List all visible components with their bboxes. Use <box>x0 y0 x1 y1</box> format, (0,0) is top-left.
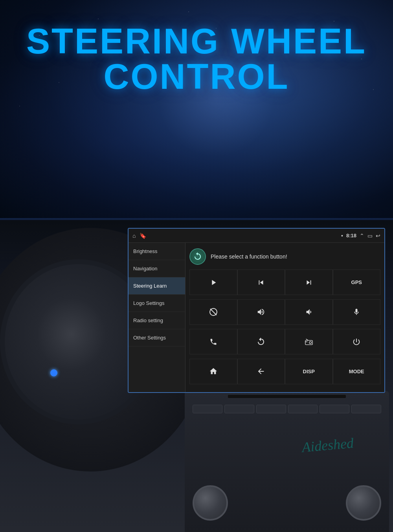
head-unit-screen: ⌂ 🔖 • 8:18 ⌃ ▭ ↩ Brightness Navigation S… <box>128 228 385 393</box>
console-button-row-1 <box>193 405 381 413</box>
refresh-icon[interactable] <box>189 248 206 265</box>
menu-item-other-settings[interactable]: Other Settings <box>129 329 185 347</box>
main-content: Brightness Navigation Steering Learn Log… <box>129 243 384 392</box>
console-btn[interactable] <box>224 405 254 413</box>
next-button[interactable] <box>285 270 333 295</box>
phone-button[interactable] <box>189 329 237 354</box>
console-btn[interactable] <box>320 405 349 413</box>
left-menu: Brightness Navigation Steering Learn Log… <box>129 243 185 392</box>
back-icon[interactable]: ↩ <box>376 233 380 239</box>
bookmark-icon[interactable]: 🔖 <box>140 233 146 239</box>
radio-button[interactable] <box>285 329 333 354</box>
status-bar: ⌂ 🔖 • 8:18 ⌃ ▭ ↩ <box>129 229 384 243</box>
menu-item-navigation[interactable]: Navigation <box>129 260 185 277</box>
volume-down-button[interactable] <box>285 299 333 325</box>
console-btn[interactable] <box>351 405 381 413</box>
signal-dot-icon: • <box>341 233 343 239</box>
return-button[interactable] <box>237 359 285 384</box>
instruction-row: Please select a function button! <box>189 247 380 266</box>
mode-button[interactable]: MODE <box>333 359 381 384</box>
right-knob[interactable] <box>346 485 381 521</box>
clock: 8:18 <box>346 233 356 238</box>
console-btn[interactable] <box>256 405 286 413</box>
mic-button[interactable] <box>333 299 381 325</box>
menu-item-brightness[interactable]: Brightness <box>129 243 185 260</box>
svg-line-1 <box>210 309 217 315</box>
window-icon[interactable]: ▭ <box>367 233 373 239</box>
right-panel: Please select a function button! GPS <box>185 243 384 392</box>
page-title: STEERING WHEEL CONTROL <box>0 24 393 94</box>
console-btn[interactable] <box>193 405 222 413</box>
menu-item-radio-setting[interactable]: Radio setting <box>129 312 185 329</box>
steering-wheel-button[interactable] <box>50 369 57 376</box>
mute-button[interactable] <box>189 299 237 325</box>
menu-item-steering-learn[interactable]: Steering Learn <box>129 277 185 295</box>
cd-slot <box>228 395 346 398</box>
console-btn[interactable] <box>288 405 318 413</box>
power-button[interactable] <box>333 329 381 354</box>
call-back-button[interactable] <box>237 329 285 354</box>
home-button[interactable] <box>189 359 237 384</box>
car-console <box>185 391 389 532</box>
disp-button[interactable]: DISP <box>285 359 333 384</box>
svg-point-3 <box>309 341 312 344</box>
left-knob[interactable] <box>193 485 228 521</box>
status-bar-right: • 8:18 ⌃ ▭ ↩ <box>341 233 380 239</box>
play-button[interactable] <box>189 270 237 295</box>
gps-button[interactable]: GPS <box>333 270 381 295</box>
status-bar-left: ⌂ 🔖 <box>132 233 146 239</box>
menu-item-logo-settings[interactable]: Logo Settings <box>129 295 185 312</box>
title-line1: STEERING WHEEL <box>0 24 393 59</box>
chevron-up-icon[interactable]: ⌃ <box>360 233 364 239</box>
instruction-text: Please select a function button! <box>211 253 287 260</box>
title-line2: CONTROL <box>0 59 393 94</box>
function-button-grid: GPS <box>189 270 380 388</box>
home-icon[interactable]: ⌂ <box>132 233 136 239</box>
prev-button[interactable] <box>237 270 285 295</box>
volume-up-button[interactable] <box>237 299 285 325</box>
